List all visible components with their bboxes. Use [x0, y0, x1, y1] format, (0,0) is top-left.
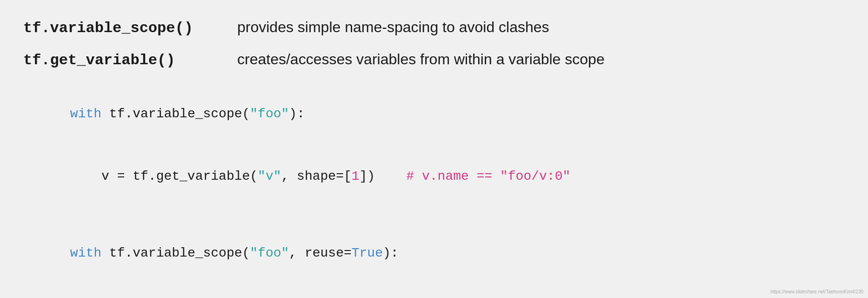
code-line-2-2: v1 = tf.get_variable("v") # Shared varia… [23, 284, 845, 298]
scope-close-1: ): [289, 107, 305, 121]
scope-call-2: tf.variable_scope( [101, 246, 250, 260]
shape-end-1: ]) [360, 169, 399, 183]
keyword-with-2: with [70, 246, 101, 260]
code-line-1-1: with tf.variable_scope("foo"): [23, 83, 845, 145]
scope-close-2: ): [383, 246, 399, 260]
info-row-1: tf.variable_scope() provides simple name… [23, 19, 845, 37]
code-line-1-2: v = tf.get_variable("v", shape=[1]) # v.… [23, 145, 845, 208]
string-foo-2: "foo" [250, 246, 289, 260]
scope-call-1: tf.variable_scope( [101, 107, 250, 121]
string-foo-1: "foo" [250, 107, 289, 121]
info-row-2: tf.get_variable() creates/accesses varia… [23, 51, 845, 69]
code-block-2: with tf.variable_scope("foo", reuse=True… [23, 222, 845, 298]
code-block-1: with tf.variable_scope("foo"): v = tf.ge… [23, 83, 845, 208]
code-term-1: tf.variable_scope() [23, 20, 219, 37]
keyword-with-1: with [70, 107, 101, 121]
bool-true-2: True [352, 246, 383, 260]
number-1-1: 1 [352, 169, 360, 183]
reuse-param-2: , reuse= [289, 246, 351, 260]
code-line-2-1: with tf.variable_scope("foo", reuse=True… [23, 222, 845, 284]
description-2: creates/accesses variables from within a… [237, 51, 605, 68]
shape-start-1: , shape=[ [281, 169, 352, 183]
comment-1: # v.name == "foo/v:0" [399, 169, 571, 183]
string-v-1: "v" [258, 169, 281, 183]
code-term-2: tf.get_variable() [23, 52, 219, 69]
main-content: tf.variable_scope() provides simple name… [23, 19, 845, 298]
watermark: https://www.slideshare.net/TaehoonKim4/2… [770, 289, 863, 294]
description-1: provides simple name-spacing to avoid cl… [237, 19, 549, 36]
var-assign-1: v = tf.get_variable( [70, 169, 258, 183]
